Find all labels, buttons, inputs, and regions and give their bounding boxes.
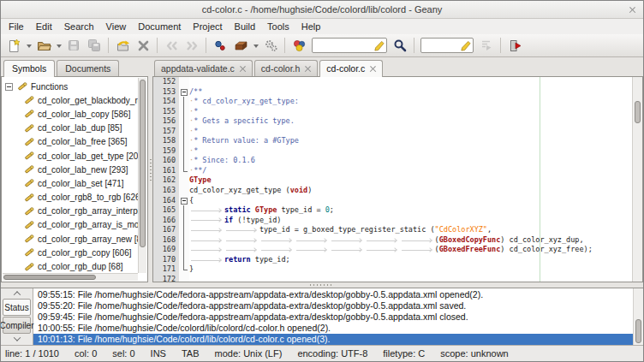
- symbol-item[interactable]: cd_color_lab_set [471]: [3, 176, 138, 190]
- menu-item-document[interactable]: Document: [132, 20, 187, 33]
- menu-item-view[interactable]: View: [100, 20, 133, 33]
- new-file-dropdown[interactable]: [24, 35, 33, 56]
- code-line[interactable]: 152: [153, 77, 632, 87]
- message-row[interactable]: 10:01:13: File /home/hughsie/Code/colord…: [33, 334, 643, 345]
- menu-item-tools[interactable]: Tools: [261, 20, 295, 33]
- tab-symbols[interactable]: Symbols: [3, 60, 55, 77]
- titlebar[interactable]: cd-color.c - /home/hughsie/Code/colord/l…: [1, 1, 643, 19]
- menu-item-file[interactable]: File: [3, 20, 30, 33]
- symbol-item[interactable]: cd_color_lab_dup [85]: [3, 122, 138, 135]
- code-line[interactable]: 162GType: [153, 175, 632, 186]
- symbol-item[interactable]: cd_color_lab_get_type [203]: [3, 149, 138, 163]
- symbol-item[interactable]: cd_color_rgb_array_is_monotonic: [3, 218, 138, 232]
- code-line[interactable]: 161·**/: [153, 166, 632, 176]
- symbol-item[interactable]: cd_color_rgb_array_interpolate [9: [3, 205, 138, 218]
- symbol-item[interactable]: cd_color_rgb_copy [606]: [3, 246, 138, 259]
- code-line[interactable]: 172: [153, 275, 632, 282]
- symbols-root-row[interactable]: Functions: [3, 80, 138, 93]
- scrollbar-thumb[interactable]: [635, 101, 641, 123]
- code-line[interactable]: 153/**: [153, 87, 632, 98]
- editor-vscrollbar[interactable]: [632, 77, 642, 282]
- revert-button[interactable]: [112, 35, 133, 56]
- open-file-button[interactable]: [33, 35, 54, 56]
- sidebar-hscrollbar[interactable]: [3, 273, 138, 281]
- code-line[interactable]: 167type_id = g_boxed_type_register_stati…: [153, 225, 632, 235]
- code-line[interactable]: 154·* cd_color_xyz_get_type:: [153, 97, 632, 107]
- message-row[interactable]: 09:59:45: File /home/hughsie/Code/fedora…: [33, 312, 643, 323]
- close-file-button[interactable]: [133, 35, 153, 56]
- code-line[interactable]: 163cd_color_xyz_get_type (void): [153, 186, 632, 196]
- code-area[interactable]: 152153/**154·* cd_color_xyz_get_type:155…: [153, 77, 632, 282]
- compile-button[interactable]: [210, 35, 230, 56]
- goto-line-button[interactable]: [476, 35, 497, 56]
- editor-tab-cd-color.c[interactable]: cd-color.c: [319, 60, 383, 77]
- tabs-scroll-down-button[interactable]: [1, 334, 33, 343]
- code-line[interactable]: 160·* Since: 0.1.6: [153, 156, 632, 166]
- color-chooser-button[interactable]: [289, 35, 309, 56]
- execute-button[interactable]: [260, 35, 281, 56]
- save-all-button[interactable]: [84, 35, 104, 56]
- code-line[interactable]: 169(GBoxedFreeFunc) cd_color_xyz_free);: [153, 245, 632, 255]
- code-line[interactable]: 170return type_id;: [153, 255, 632, 265]
- symbols-tree: Functionscd_color_get_blackbody_rgb [99c…: [3, 78, 138, 273]
- code-line[interactable]: 158·* Return value: a #GType: [153, 136, 632, 146]
- menu-item-search[interactable]: Search: [58, 20, 100, 33]
- editor-tab-appdata-validate.c[interactable]: appdata-validate.c: [154, 60, 253, 76]
- tab-status[interactable]: Status: [3, 299, 31, 316]
- tab-documents[interactable]: Documents: [57, 60, 119, 76]
- code-line[interactable]: 168(GBoxedCopyFunc) cd_color_xyz_dup,: [153, 235, 632, 246]
- menu-item-help[interactable]: Help: [295, 20, 327, 33]
- symbol-item[interactable]: cd_color_get_blackbody_rgb [99: [3, 93, 138, 107]
- save-button[interactable]: [63, 35, 84, 56]
- menu-item-project[interactable]: Project: [187, 20, 228, 33]
- tab-close-icon[interactable]: [370, 66, 376, 72]
- fold-marker-start[interactable]: [179, 87, 189, 98]
- navigate-forward-button[interactable]: [182, 35, 202, 56]
- scrollbar-thumb[interactable]: [635, 319, 641, 343]
- symbol-item[interactable]: cd_color_rgb_dup [68]: [3, 259, 138, 273]
- tab-compiler[interactable]: Compiler: [3, 317, 31, 334]
- symbol-item[interactable]: cd_color_lab_free [365]: [3, 135, 138, 149]
- symbol-item[interactable]: cd_color_lab_new [293]: [3, 163, 138, 176]
- quit-button[interactable]: [504, 35, 525, 56]
- tabs-scroll-up-button[interactable]: [1, 288, 33, 298]
- message-row[interactable]: 10:00:55: File /home/hughsie/Code/colord…: [33, 323, 643, 334]
- code-line[interactable]: 164{: [153, 196, 632, 206]
- messages-vscrollbar[interactable]: [633, 288, 643, 345]
- code-line[interactable]: 166if (!type_id): [153, 216, 632, 226]
- scrollbar-thumb[interactable]: [140, 80, 146, 247]
- symbol-item[interactable]: cd_color_rgb8_to_rgb [626]: [3, 191, 138, 205]
- open-file-dropdown[interactable]: [54, 35, 63, 56]
- code-line[interactable]: 171}: [153, 264, 632, 275]
- code-line[interactable]: 156·* Gets a specific type.: [153, 116, 632, 127]
- build-dropdown[interactable]: [251, 35, 260, 56]
- code-line[interactable]: 165static GType type_id = 0;: [153, 205, 632, 216]
- new-file-button[interactable]: [3, 35, 24, 56]
- scrollbar-thumb[interactable]: [3, 275, 96, 280]
- tab-close-icon[interactable]: [305, 66, 311, 72]
- navigate-back-button[interactable]: [161, 35, 182, 56]
- expander-icon[interactable]: [5, 83, 13, 91]
- goto-clear-icon[interactable]: [460, 40, 471, 51]
- search-input[interactable]: [312, 38, 387, 53]
- code-line[interactable]: 155·*: [153, 107, 632, 117]
- search-clear-icon[interactable]: [373, 40, 385, 51]
- code-line[interactable]: 159·*: [153, 146, 632, 157]
- tab-close-icon[interactable]: [240, 66, 246, 72]
- code-line[interactable]: 157·*: [153, 127, 632, 137]
- message-row[interactable]: 09:55:15: File /home/hughsie/Code/fedora…: [33, 289, 643, 300]
- search-button[interactable]: [390, 35, 410, 56]
- menu-item-build[interactable]: Build: [229, 20, 261, 33]
- fold-marker-start[interactable]: [179, 196, 189, 206]
- build-button[interactable]: [230, 35, 251, 56]
- editor-body[interactable]: 152153/**154·* cd_color_xyz_get_type:155…: [152, 76, 643, 282]
- symbol-item[interactable]: cd_color_lab_copy [586]: [3, 107, 138, 121]
- window-close-button[interactable]: [627, 4, 637, 15]
- editor-tab-cd-color.h[interactable]: cd-color.h: [254, 60, 319, 76]
- line-number: 170: [153, 255, 179, 265]
- message-row[interactable]: 09:55:20: File /home/hughsie/Code/fedora…: [33, 300, 643, 312]
- symbol-item[interactable]: cd_color_rgb_array_new [896]: [3, 232, 138, 246]
- menu-item-edit[interactable]: Edit: [30, 20, 58, 33]
- sidebar-vscrollbar[interactable]: [138, 78, 146, 273]
- goto-line-input[interactable]: [420, 38, 474, 53]
